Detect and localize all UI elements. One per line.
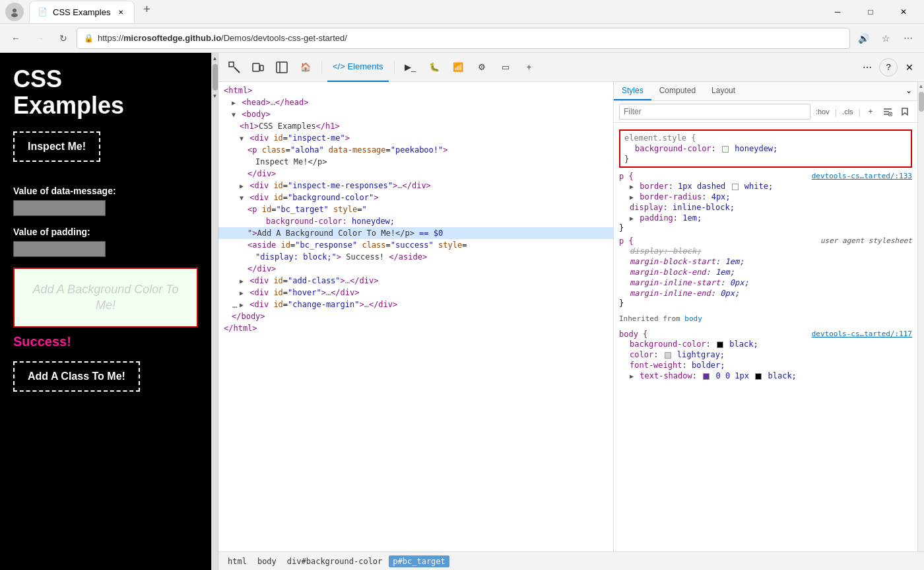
network-tab[interactable]: 📶	[447, 57, 469, 78]
sources-tab[interactable]: 🐛	[424, 57, 445, 78]
elements-tab[interactable]: </> Elements	[327, 53, 389, 82]
page-scrollbar[interactable]: ▲ ▼	[211, 53, 218, 570]
html-line-html[interactable]: <html>	[218, 85, 613, 96]
p-prop-display-ua[interactable]: display: block;	[619, 246, 912, 256]
svg-point-0	[13, 9, 16, 13]
html-line-bg-honeydew[interactable]: background-color: honeydew;	[218, 215, 613, 227]
address-bar[interactable]: 🔒 https://microsoftedge.github.io/Demos/…	[77, 28, 850, 49]
html-line-inspect-responses[interactable]: ▶ <div id="inspect-me-responses">…</div>	[218, 180, 613, 192]
styles-tab-more[interactable]: ⌄	[900, 82, 917, 100]
styles-scroll-thumb[interactable]	[919, 92, 924, 112]
sidebar-toggle-button[interactable]	[271, 57, 292, 78]
breadcrumb-item-html[interactable]: html	[224, 555, 251, 567]
html-line-p-aloha[interactable]: <p class="aloha" data-message="peekaboo!…	[218, 144, 613, 156]
html-line-aside[interactable]: <aside id="bc_response" class="success" …	[218, 239, 613, 251]
performance-tab[interactable]: ⚙	[471, 57, 492, 78]
more-button[interactable]: ⋯	[898, 28, 919, 49]
styles-tab-styles[interactable]: Styles	[614, 82, 651, 100]
add-class-box[interactable]: Add A Class To Me!	[13, 361, 140, 392]
p-prop-padding[interactable]: ▶ padding: 1em;	[619, 213, 912, 223]
p-rule-source-1[interactable]: devtools-cs…tarted/:133	[812, 172, 912, 180]
more-tools-button[interactable]: +	[519, 57, 540, 78]
maximize-button[interactable]: □	[855, 1, 886, 22]
html-line-bc-target-end[interactable]: ">Add A Background Color To Me!</p> == $…	[218, 227, 613, 239]
styles-tab-layout[interactable]: Layout	[704, 82, 743, 100]
favorites-button[interactable]: ☆	[875, 28, 896, 49]
elements-more-button[interactable]: ⋯	[232, 303, 237, 312]
new-style-rule-button[interactable]	[880, 104, 895, 119]
styles-scroll-up[interactable]: ▲	[919, 83, 924, 89]
html-line-bc-target[interactable]: <p id="bc_target" style="	[218, 203, 613, 215]
refresh-button[interactable]: ↻	[53, 28, 74, 49]
styles-scrollbar[interactable]: ▲	[917, 82, 924, 552]
active-tab[interactable]: 📄 CSS Examples ✕	[29, 1, 135, 23]
styles-filter-input[interactable]	[619, 104, 810, 120]
inspect-me-box[interactable]: Inspect Me!	[13, 131, 100, 162]
p-prop-margin-block-end[interactable]: margin-block-end: 1em;	[619, 267, 912, 277]
read-aloud-button[interactable]: 🔊	[853, 28, 874, 49]
breadcrumb-item-div-bg[interactable]: div#background-color	[283, 555, 387, 567]
toolbar-separator2	[394, 61, 395, 74]
p-prop-display[interactable]: display: inline-block;	[619, 202, 912, 213]
new-tab-button[interactable]: +	[137, 1, 156, 19]
application-tab[interactable]: ▭	[495, 57, 516, 78]
tab-close-button[interactable]: ✕	[116, 7, 126, 17]
nav-right-buttons: 🔊 ☆ ⋯	[853, 28, 919, 49]
html-line-bg-color-div[interactable]: ▼ <div id="background-color">	[218, 192, 613, 203]
forward-button[interactable]: →	[29, 28, 50, 49]
html-line-hover[interactable]: ▶ <div id="hover">…</div>	[218, 287, 613, 299]
close-button[interactable]: ✕	[888, 1, 919, 22]
devtools-close-button[interactable]: ✕	[900, 58, 919, 77]
inspect-element-button[interactable]	[224, 57, 245, 78]
html-line-add-class[interactable]: ▶ <div id="add-class">…</div>	[218, 275, 613, 287]
inspect-me-label: Inspect Me!	[28, 141, 86, 153]
cls-button[interactable]: .cls	[840, 106, 856, 117]
p-prop-margin-inline-end[interactable]: margin-inline-end: 0px;	[619, 288, 912, 299]
scroll-up-arrow[interactable]: ▲	[213, 55, 218, 61]
html-line-close-bg-div[interactable]: </div>	[218, 263, 613, 275]
body-prop-font-weight[interactable]: font-weight: bolder;	[619, 360, 912, 371]
html-line-inspect-div[interactable]: ▼ <div id="inspect-me">	[218, 132, 613, 144]
back-button[interactable]: ←	[5, 28, 26, 49]
body-rule-source[interactable]: devtools-cs…tarted/:117	[812, 330, 912, 338]
data-message-input[interactable]	[13, 200, 106, 216]
p-prop-margin-inline-start[interactable]: margin-inline-start: 0px;	[619, 277, 912, 288]
p-prop-border-radius[interactable]: ▶ border-radius: 4px;	[619, 192, 912, 202]
body-prop-text-shadow[interactable]: ▶ text-shadow: 0 0 1px black;	[619, 371, 912, 381]
devtools-help-button[interactable]: ?	[879, 58, 898, 77]
scroll-thumb[interactable]	[213, 64, 218, 90]
p-prop-margin-block-start[interactable]: margin-block-start: 1em;	[619, 256, 912, 267]
html-line-change-margin[interactable]: ▶ <div id="change-margin">…</div>	[218, 299, 613, 310]
scroll-down-arrow[interactable]: ▼	[213, 93, 218, 99]
device-emulation-button[interactable]	[248, 57, 269, 78]
inherited-source-link[interactable]: body	[684, 314, 702, 323]
breadcrumb-item-p-bc[interactable]: p#bc_target	[389, 555, 449, 567]
element-style-prop-bg[interactable]: background-color: honeydew;	[624, 143, 907, 155]
html-line-body[interactable]: ▼ <body>	[218, 108, 613, 120]
breadcrumb-item-body[interactable]: body	[253, 555, 280, 567]
html-line-close-html[interactable]: </html>	[218, 322, 613, 334]
html-line-h1[interactable]: <h1>CSS Examples</h1>	[218, 120, 613, 132]
element-style-block: element.style { background-color: honeyd…	[619, 129, 912, 168]
padding-input[interactable]	[13, 241, 106, 257]
html-line-head[interactable]: ▶ <head>…</head>	[218, 96, 613, 108]
devtools-more-button[interactable]: ⋯	[858, 58, 876, 77]
hov-button[interactable]: :hov	[813, 106, 832, 117]
html-line-aside-style[interactable]: "display: block;"> Success! </aside>	[218, 251, 613, 263]
minimize-button[interactable]: ─	[822, 1, 853, 22]
profile-icon[interactable]	[5, 3, 24, 21]
body-prop-color[interactable]: color: lightgray;	[619, 349, 912, 360]
html-line-close-inspect-div[interactable]: </div>	[218, 168, 613, 180]
body-prop-bg[interactable]: background-color: black;	[619, 339, 912, 349]
console-tab[interactable]: ▶_	[400, 57, 421, 78]
styles-tab-computed[interactable]: Computed	[651, 82, 704, 100]
element-state-button[interactable]	[898, 104, 912, 119]
html-line-close-body[interactable]: </body>	[218, 310, 613, 322]
styles-tabs: Styles Computed Layout ⌄	[614, 82, 917, 101]
p-prop-border[interactable]: ▶ border: 1px dashed white;	[619, 181, 912, 192]
main-area: CSS Examples Inspect Me! Value of data-m…	[0, 53, 924, 570]
add-style-button[interactable]: +	[863, 104, 878, 119]
home-button[interactable]: 🏠	[295, 57, 316, 78]
body-bg-swatch	[717, 341, 723, 348]
html-line-inspect-text[interactable]: Inspect Me!</p>	[218, 156, 613, 168]
